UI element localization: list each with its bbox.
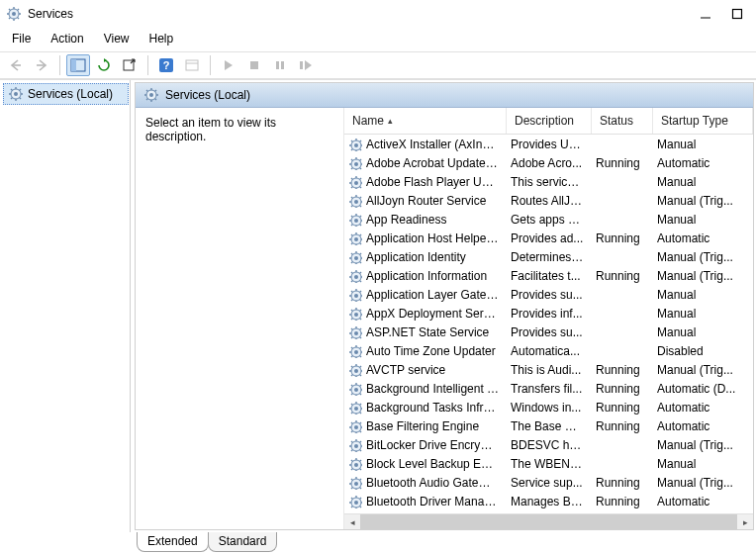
- menu-file[interactable]: File: [4, 30, 39, 47]
- service-name-cell: Application Layer Gateway ...: [344, 288, 507, 302]
- service-row[interactable]: Bluetooth Driver Managem...Manages BT...…: [344, 492, 753, 510]
- service-startup: Manual: [653, 457, 753, 471]
- service-row[interactable]: AVCTP serviceThis is Audi...RunningManua…: [344, 360, 753, 379]
- service-startup: Manual (Trig...: [653, 438, 753, 452]
- gear-icon: [348, 269, 362, 283]
- column-header-description[interactable]: Description: [507, 108, 592, 134]
- column-header-startup[interactable]: Startup Type: [653, 108, 753, 134]
- service-row[interactable]: Application Layer Gateway ...Provides su…: [344, 285, 753, 304]
- service-row[interactable]: Application InformationFacilitates t...R…: [344, 266, 753, 285]
- gear-icon: [348, 325, 362, 339]
- details-pane: Services (Local) Select an item to view …: [135, 82, 754, 530]
- service-row[interactable]: Application IdentityDetermines ...Manual…: [344, 247, 753, 266]
- column-label: Status: [600, 114, 633, 128]
- service-status: Running: [592, 363, 653, 377]
- back-button[interactable]: [4, 54, 28, 76]
- horizontal-scrollbar[interactable]: ◂ ▸: [344, 513, 753, 529]
- service-row[interactable]: Block Level Backup Engine ...The WBENG..…: [344, 454, 753, 473]
- service-row[interactable]: Background Intelligent Tran...Transfers …: [344, 379, 753, 398]
- service-row[interactable]: AllJoyn Router ServiceRoutes AllJo...Man…: [344, 191, 753, 210]
- service-row[interactable]: Background Tasks Infrastru...Windows in.…: [344, 398, 753, 416]
- sort-asc-icon: ▴: [388, 116, 393, 126]
- service-description: This is Audi...: [507, 363, 592, 377]
- service-row[interactable]: BitLocker Drive Encryption ...BDESVC hos…: [344, 435, 753, 454]
- service-row[interactable]: AppX Deployment Service (...Provides inf…: [344, 304, 753, 323]
- stop-service-button[interactable]: [242, 54, 266, 76]
- toolbar: ?: [0, 51, 756, 79]
- scroll-right-icon[interactable]: ▸: [737, 514, 753, 530]
- svg-text:?: ?: [163, 59, 170, 71]
- svg-rect-11: [733, 10, 742, 19]
- service-startup: Manual: [653, 213, 753, 227]
- service-row[interactable]: Bluetooth Audio Gateway S...Service sup.…: [344, 473, 753, 492]
- service-name: Background Intelligent Tran...: [366, 382, 499, 396]
- gear-icon: [348, 495, 362, 508]
- service-row[interactable]: Application Host Helper Ser...Provides a…: [344, 229, 753, 247]
- gear-icon: [348, 307, 362, 321]
- service-startup: Automatic: [653, 231, 753, 245]
- service-name-cell: BitLocker Drive Encryption ...: [344, 438, 507, 452]
- maximize-button[interactable]: [730, 7, 744, 21]
- service-name-cell: AppX Deployment Service (...: [344, 307, 507, 321]
- service-startup: Manual: [653, 175, 753, 189]
- service-startup: Disabled: [653, 344, 753, 358]
- help-button[interactable]: ?: [154, 54, 178, 76]
- start-service-button[interactable]: [217, 54, 240, 76]
- console-tree[interactable]: Services (Local): [0, 80, 131, 532]
- service-row[interactable]: Base Filtering EngineThe Base Fil...Runn…: [344, 416, 753, 435]
- service-name-cell: AllJoyn Router Service: [344, 194, 507, 208]
- show-hide-tree-button[interactable]: [66, 54, 90, 76]
- service-name: Block Level Backup Engine ...: [366, 457, 499, 471]
- gear-icon: [348, 438, 362, 452]
- menu-view[interactable]: View: [96, 30, 138, 47]
- service-description: Gets apps re...: [507, 213, 592, 227]
- service-row[interactable]: Adobe Flash Player Update ...This servic…: [344, 172, 753, 191]
- service-description: Automatica...: [507, 344, 592, 358]
- title-bar: Services: [0, 0, 756, 28]
- scroll-thumb[interactable]: [360, 514, 737, 530]
- service-name: App Readiness: [366, 213, 446, 227]
- service-name: Application Layer Gateway ...: [366, 288, 499, 302]
- menu-help[interactable]: Help: [142, 30, 182, 47]
- service-row[interactable]: ASP.NET State ServiceProvides su...Manua…: [344, 323, 753, 341]
- export-list-button[interactable]: [118, 54, 142, 76]
- properties-button[interactable]: [180, 54, 204, 76]
- scroll-left-icon[interactable]: ◂: [344, 514, 360, 530]
- service-row[interactable]: App ReadinessGets apps re...Manual: [344, 210, 753, 229]
- service-name: BitLocker Drive Encryption ...: [366, 438, 499, 452]
- svg-rect-24: [300, 61, 303, 69]
- service-startup: Manual: [653, 138, 753, 151]
- service-name: Application Host Helper Ser...: [366, 231, 499, 245]
- service-row[interactable]: Auto Time Zone UpdaterAutomatica...Disab…: [344, 341, 753, 360]
- service-row[interactable]: ActiveX Installer (AxInstSV)Provides Us.…: [344, 135, 753, 153]
- forward-button[interactable]: [30, 54, 53, 76]
- refresh-button[interactable]: [92, 54, 116, 76]
- service-startup: Manual: [653, 288, 753, 302]
- service-name-cell: Application Information: [344, 269, 507, 283]
- description-prompt: Select an item to view its description.: [145, 116, 276, 143]
- column-header-name[interactable]: Name ▴: [344, 108, 507, 134]
- service-description: Manages BT...: [507, 495, 592, 508]
- column-header-status[interactable]: Status: [592, 108, 653, 134]
- service-description: Routes AllJo...: [507, 194, 592, 208]
- service-name: AllJoyn Router Service: [366, 194, 486, 208]
- minimize-button[interactable]: [699, 7, 712, 21]
- description-column: Select an item to view its description.: [136, 108, 343, 529]
- service-name-cell: App Readiness: [344, 213, 507, 227]
- service-status: Running: [592, 401, 653, 415]
- restart-service-button[interactable]: [294, 54, 318, 76]
- svg-rect-15: [71, 59, 76, 71]
- tab-extended[interactable]: Extended: [137, 532, 209, 552]
- service-description: Transfers fil...: [507, 382, 592, 396]
- service-row[interactable]: Adobe Acrobat Update Serv...Adobe Acro..…: [344, 153, 753, 172]
- tree-root-services-local[interactable]: Services (Local): [3, 83, 129, 105]
- service-description: Determines ...: [507, 250, 592, 264]
- service-name: ActiveX Installer (AxInstSV): [366, 138, 499, 151]
- column-label: Name: [352, 114, 384, 128]
- menu-action[interactable]: Action: [43, 30, 91, 47]
- tab-standard[interactable]: Standard: [208, 532, 278, 552]
- pause-service-button[interactable]: [268, 54, 292, 76]
- gear-icon: [348, 175, 362, 189]
- list-rows[interactable]: ActiveX Installer (AxInstSV)Provides Us.…: [344, 135, 753, 513]
- service-description: Adobe Acro...: [507, 156, 592, 170]
